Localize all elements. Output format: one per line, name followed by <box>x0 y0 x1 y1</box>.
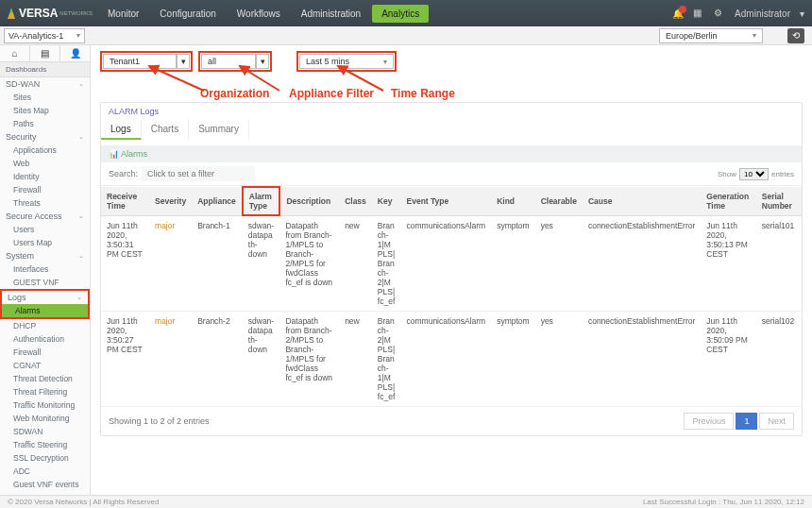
home-icon[interactable]: ⌂ <box>0 45 30 61</box>
search-input[interactable] <box>142 166 255 181</box>
refresh-button[interactable]: ⟲ <box>787 28 804 43</box>
tab-charts[interactable]: Charts <box>142 120 189 140</box>
sidebar-item-sdwan-logs[interactable]: SDWAN <box>0 425 90 438</box>
sidebar-group-system[interactable]: System⌄ <box>0 249 90 262</box>
col-receive-time[interactable]: Receive Time <box>101 187 149 215</box>
cell: Jun 11th 2020, 3:50:27 PM CEST <box>101 311 149 406</box>
col-key[interactable]: Key <box>372 187 401 215</box>
cell: new <box>339 215 372 311</box>
table-row[interactable]: Jun 11th 2020, 3:50:31 PM CESTmajorBranc… <box>101 215 802 311</box>
pager-prev[interactable]: Previous <box>684 413 734 430</box>
nav-administration[interactable]: Administration <box>292 5 370 23</box>
annotation-organization: Organization <box>200 87 269 100</box>
nav-configuration[interactable]: Configuration <box>150 5 225 23</box>
col-gen-time[interactable]: Generation Time <box>701 187 755 215</box>
nav-monitor[interactable]: Monitor <box>98 5 148 23</box>
notification-icon[interactable]: 🔔 <box>672 8 684 19</box>
sidebar-item-web[interactable]: Web <box>0 157 90 170</box>
cell: yes <box>535 215 583 311</box>
pager: Previous 1 Next <box>684 413 794 430</box>
timezone-value: Europe/Berlin <box>666 31 718 41</box>
col-severity[interactable]: Severity <box>149 187 192 215</box>
chevron-down-icon: ⌄ <box>78 133 84 141</box>
top-nav: Monitor Configuration Workflows Administ… <box>98 5 429 23</box>
gear-icon[interactable]: ⚙ <box>714 8 725 19</box>
cell: communicationsAlarm <box>401 311 492 406</box>
timerange-select[interactable]: Last 5 mins ▾ <box>299 54 394 69</box>
sidebar-item-guest-vnf-events[interactable]: Guest VNF events <box>0 478 90 491</box>
nav-workflows[interactable]: Workflows <box>228 5 290 23</box>
chevron-down-icon: ⌄ <box>78 252 84 260</box>
sidebar-item-firewall-logs[interactable]: Firewall <box>0 346 90 359</box>
brand-subtext: NETWORKS <box>59 10 93 16</box>
show-label: Show <box>718 170 736 178</box>
sidebar-item-ssl-decryption[interactable]: SSL Decryption <box>0 451 90 465</box>
sidebar-item-adc[interactable]: ADC <box>0 465 90 478</box>
col-kind[interactable]: Kind <box>491 187 534 215</box>
sidebar-item-traffic-monitoring[interactable]: Traffic Monitoring <box>0 398 90 412</box>
panel-tabs: Logs Charts Summary <box>101 120 802 140</box>
logo-icon <box>8 8 15 19</box>
sidebar-item-authentication[interactable]: Authentication <box>0 332 90 346</box>
chevron-down-icon[interactable]: ▾ <box>800 8 804 19</box>
show-select[interactable]: 10 <box>739 168 769 180</box>
tab-logs[interactable]: Logs <box>101 120 142 140</box>
sidebar-item-usersmap[interactable]: Users Map <box>0 236 90 249</box>
chevron-down-icon: ⌄ <box>78 212 84 220</box>
sidebar-item-applications[interactable]: Applications <box>0 144 90 157</box>
org-dropdown-toggle[interactable]: ▾ <box>177 54 190 69</box>
col-description[interactable]: Description <box>279 187 339 215</box>
col-event-type[interactable]: Event Type <box>401 187 492 215</box>
panel-title: ALARM Logs <box>101 103 802 120</box>
sidebar-item-dhcp[interactable]: DHCP <box>0 319 90 332</box>
sidebar-item-users[interactable]: Users <box>0 223 90 236</box>
org-select[interactable]: Tenant1 <box>103 54 177 69</box>
sidebar-item-threat-filtering[interactable]: Threat Filtering <box>0 385 90 398</box>
nav-analytics[interactable]: Analytics <box>372 5 429 23</box>
user-icon[interactable]: 👤 <box>60 45 90 61</box>
appliance-value: all <box>208 57 216 66</box>
appliance-dropdown-toggle[interactable]: ▾ <box>256 54 269 69</box>
sidebar-item-interfaces[interactable]: Interfaces <box>0 262 90 276</box>
appliance-select[interactable]: all <box>201 54 256 69</box>
grid-icon[interactable]: ▦ <box>693 8 704 19</box>
notif-dot <box>679 6 686 13</box>
brand: VERSA NETWORKS <box>8 7 93 20</box>
sidebar-item-cgnat[interactable]: CGNAT <box>0 359 90 372</box>
sidebar-item-traffic-steering[interactable]: Traffic Steering <box>0 438 90 451</box>
col-class[interactable]: Class <box>339 187 372 215</box>
chevron-down-icon: ▾ <box>76 31 80 40</box>
list-icon[interactable]: ▤ <box>30 45 60 61</box>
sidebar-group-logs[interactable]: Logs⌄ <box>2 291 88 304</box>
sidebar-item-sitesmap[interactable]: Sites Map <box>0 104 90 117</box>
sidebar-group-sdwan[interactable]: SD-WAN⌄ <box>0 77 90 91</box>
cell: Branch-1 <box>192 215 243 311</box>
col-serial[interactable]: Serial Number <box>756 187 802 215</box>
cell: Jun 11th 2020, 3:50:31 PM CEST <box>101 215 149 311</box>
sidebar-item-sites[interactable]: Sites <box>0 91 90 104</box>
sidebar-group-security[interactable]: Security⌄ <box>0 130 90 144</box>
sidebar-item-dns-proxy[interactable]: DNS Proxy <box>0 491 90 495</box>
pager-next[interactable]: Next <box>759 413 794 430</box>
cell: sdwan-datapath-down <box>243 311 280 406</box>
col-clearable[interactable]: Clearable <box>535 187 583 215</box>
col-appliance[interactable]: Appliance <box>192 187 243 215</box>
col-cause[interactable]: Cause <box>583 187 701 215</box>
sidebar-item-threats[interactable]: Threats <box>0 196 90 210</box>
table-row[interactable]: Jun 11th 2020, 3:50:27 PM CESTmajorBranc… <box>101 311 802 406</box>
sidebar-item-web-monitoring[interactable]: Web Monitoring <box>0 412 90 425</box>
tenant-select[interactable]: VA-Analytics-1 ▾ <box>4 28 85 43</box>
col-alarm-type[interactable]: Alarm Type <box>243 187 280 215</box>
sidebar-item-paths[interactable]: Paths <box>0 117 90 130</box>
sidebar-item-alarms[interactable]: Alarms <box>2 304 88 317</box>
cell: symptom <box>491 215 534 311</box>
user-label[interactable]: Administrator <box>735 8 790 19</box>
tab-summary[interactable]: Summary <box>189 120 249 140</box>
sidebar-group-secureaccess[interactable]: Secure Access⌄ <box>0 210 90 223</box>
sidebar-item-guestvnf[interactable]: GUEST VNF <box>0 276 90 289</box>
sidebar-item-identity[interactable]: Identity <box>0 170 90 183</box>
sidebar-item-threat-detection[interactable]: Threat Detection <box>0 372 90 385</box>
timezone-select[interactable]: Europe/Berlin ▾ <box>659 28 763 43</box>
pager-current[interactable]: 1 <box>736 413 757 430</box>
sidebar-item-firewall[interactable]: Firewall <box>0 183 90 196</box>
